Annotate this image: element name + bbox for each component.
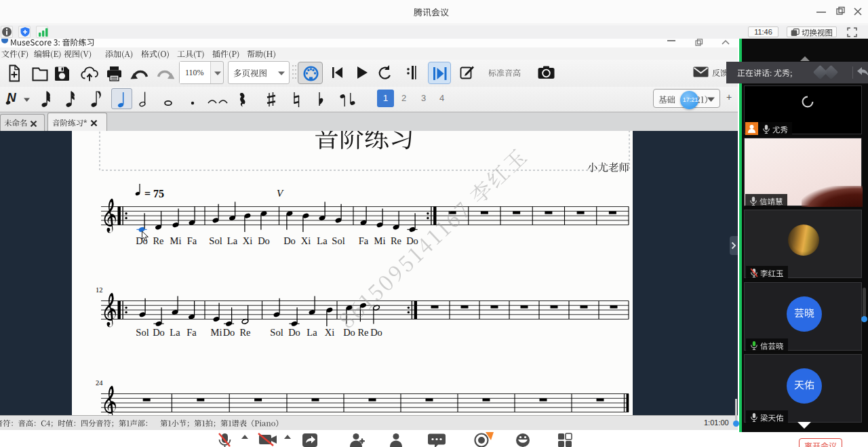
svg-text:La: La <box>227 235 238 246</box>
svg-text:Sol: Sol <box>136 327 149 338</box>
svg-text:Mi: Mi <box>374 235 386 246</box>
svg-text:Xi: Xi <box>243 235 253 246</box>
svg-text:Mi: Mi <box>170 235 182 246</box>
svg-text:Fa: Fa <box>187 235 197 246</box>
svg-text:Do: Do <box>288 327 300 338</box>
svg-text:Re: Re <box>391 235 401 246</box>
svg-text:La: La <box>307 327 317 338</box>
svg-text:Sol: Sol <box>332 235 344 246</box>
svg-text:V: V <box>277 188 284 199</box>
svg-text:La: La <box>170 327 180 338</box>
svg-text:Xi: Xi <box>301 235 311 246</box>
svg-text:Mi: Mi <box>211 327 222 338</box>
svg-text:Do: Do <box>153 327 165 338</box>
svg-text:Do: Do <box>283 235 296 246</box>
svg-text:Sol: Sol <box>270 327 283 338</box>
svg-text:Xi: Xi <box>325 327 335 338</box>
svg-text:12: 12 <box>96 286 103 294</box>
svg-text:Re: Re <box>153 235 163 246</box>
svg-text:Do: Do <box>223 327 235 338</box>
svg-text:Sol: Sol <box>209 235 222 246</box>
svg-text:= 75: = 75 <box>144 188 164 199</box>
svg-text:Do: Do <box>370 327 382 338</box>
svg-text:Fa: Fa <box>359 235 369 246</box>
svg-text:Re: Re <box>239 327 250 338</box>
svg-text:La: La <box>317 235 328 246</box>
svg-text:Do: Do <box>258 235 270 246</box>
svg-text:Fa: Fa <box>186 327 197 338</box>
svg-text:24: 24 <box>96 379 103 387</box>
